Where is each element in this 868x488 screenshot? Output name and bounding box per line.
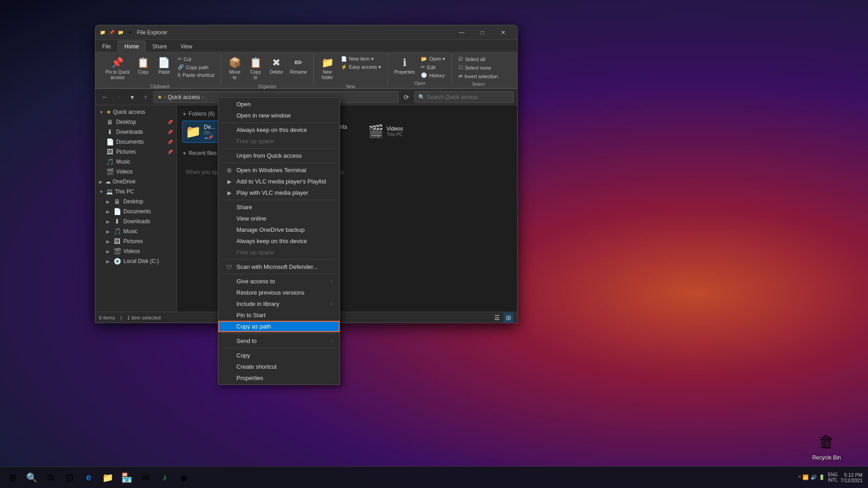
ctx-unpin[interactable]: Unpin from Quick access xyxy=(218,150,340,161)
new-folder-button[interactable]: 📁 Newfolder xyxy=(317,55,337,82)
folder-item-videos[interactable]: 🎬 Videos This PC xyxy=(365,121,424,143)
forward-button[interactable]: → xyxy=(113,91,124,103)
new-item-button[interactable]: 📄 New item ▾ xyxy=(338,55,384,63)
ctx-always-keep[interactable]: Always keep on this device xyxy=(218,124,340,136)
task-view-icon: ⧉ xyxy=(47,472,54,483)
maximize-button[interactable]: □ xyxy=(472,25,493,40)
folder-desktop-icon: 📁 xyxy=(185,124,201,139)
ctx-give-access[interactable]: Give access to › xyxy=(218,276,340,287)
ctx-add-vlc-playlist[interactable]: ▶ Add to VLC media player's Playlist xyxy=(218,176,340,187)
ctx-play-vlc[interactable]: ▶ Play with VLC media player xyxy=(218,187,340,198)
file-explorer-taskbar-button[interactable]: 📁 xyxy=(99,469,117,487)
edit-button[interactable]: ✏ Edit xyxy=(418,63,448,71)
systray-expand-icon[interactable]: ^ xyxy=(798,475,801,480)
this-pc-downloads-label: Downloads xyxy=(123,218,150,225)
history-button[interactable]: 🕐 History xyxy=(418,71,448,79)
copy-button[interactable]: 📋 Copy xyxy=(133,55,153,77)
widgets-button[interactable]: ⊡ xyxy=(61,469,79,487)
copy-to-button[interactable]: 📋 Copyto xyxy=(245,55,265,82)
sidebar-this-pc-desktop[interactable]: ▶ 🖥 Desktop xyxy=(95,197,176,206)
documents-label: Documents xyxy=(116,139,144,145)
ctx-always-keep-2[interactable]: Always keep on this device xyxy=(218,235,340,247)
refresh-button[interactable]: ⟳ xyxy=(401,91,412,103)
recent-locations-button[interactable]: ▾ xyxy=(126,91,138,103)
sidebar-this-pc-local-disk[interactable]: ▶ 💿 Local Disk (C:) xyxy=(95,256,176,266)
sidebar-this-pc-pictures[interactable]: ▶ 🖼 Pictures xyxy=(95,236,176,246)
paste-button[interactable]: 📄 Paste xyxy=(154,55,174,77)
store-button[interactable]: 🏪 xyxy=(118,469,136,487)
tab-home[interactable]: Home xyxy=(118,41,146,52)
tab-view[interactable]: View xyxy=(174,41,199,52)
search-input[interactable] xyxy=(427,94,509,100)
open-dropdown-button[interactable]: 📂 Open ▾ xyxy=(418,55,448,63)
sidebar-this-pc-downloads[interactable]: ▶ ⬇ Downloads xyxy=(95,216,176,226)
downloads-icon: ⬇ xyxy=(106,128,113,136)
ctx-scan-defender[interactable]: 🛡 Scan with Microsoft Defender... xyxy=(218,261,340,272)
ctx-open-terminal[interactable]: ⊞ Open in Windows Terminal xyxy=(218,164,340,176)
cut-button[interactable]: ✂ Cut xyxy=(175,55,217,63)
tab-file[interactable]: File xyxy=(95,41,118,52)
tiles-view-button[interactable]: ⊞ xyxy=(504,313,514,323)
ctx-view-online[interactable]: View online xyxy=(218,213,340,224)
edge-button[interactable]: e xyxy=(80,469,98,487)
taskbar-search-button[interactable]: 🔍 xyxy=(23,469,41,487)
close-button[interactable]: ✕ xyxy=(493,25,514,40)
delete-button[interactable]: ✖ Delete xyxy=(266,55,286,77)
sidebar-item-downloads[interactable]: ⬇ Downloads 📌 xyxy=(95,127,176,137)
details-view-button[interactable]: ☰ xyxy=(492,313,502,323)
ctx-copy-as-path[interactable]: Copy as path xyxy=(218,321,340,332)
select-all-button[interactable]: ☑ Select all xyxy=(456,55,500,63)
minimize-button[interactable]: — xyxy=(451,25,472,40)
ctx-manage-onedrive[interactable]: Manage OneDrive backup xyxy=(218,224,340,235)
ctx-copy[interactable]: Copy xyxy=(218,350,340,361)
ctx-open-new-window[interactable]: Open in new window xyxy=(218,110,340,121)
ctx-share[interactable]: Share xyxy=(218,202,340,213)
sidebar-onedrive-header[interactable]: ▶ ☁ OneDrive xyxy=(95,177,176,187)
ctx-give-access-arrow: › xyxy=(331,279,332,284)
ctx-create-shortcut[interactable]: Create shortcut xyxy=(218,361,340,372)
ctx-pin-to-start[interactable]: Pin to Start xyxy=(218,310,340,321)
properties-icon: ℹ xyxy=(403,57,406,69)
sidebar-this-pc-documents[interactable]: ▶ 📄 Documents xyxy=(95,206,176,216)
sidebar-this-pc-music[interactable]: ▶ 🎵 Music xyxy=(95,226,176,236)
sidebar-quick-access-header[interactable]: ▼ ★ Quick access xyxy=(95,107,176,117)
sidebar-item-documents[interactable]: 📄 Documents 📌 xyxy=(95,137,176,147)
lang-label: ENGINTL xyxy=(828,472,838,483)
back-button[interactable]: ← xyxy=(99,91,111,103)
easy-access-button[interactable]: ⚡ Easy access ▾ xyxy=(338,63,384,71)
sidebar-item-pictures[interactable]: 🖼 Pictures 📌 xyxy=(95,147,176,157)
copy-path-button[interactable]: 🔗 Copy path xyxy=(175,63,217,71)
ctx-open[interactable]: Open xyxy=(218,99,340,110)
mail-button[interactable]: ✉ xyxy=(137,469,155,487)
ribbon-organize-group: 📦 Moveto 📋 Copyto ✖ Delete ✏ Rename xyxy=(221,53,314,86)
pin-to-quick-access-button[interactable]: 📌 Pin to Quickaccess xyxy=(103,55,132,82)
start-button[interactable]: ⊞ xyxy=(4,469,22,487)
volume-icon[interactable]: 🔊 xyxy=(811,474,817,480)
sidebar-this-pc-header[interactable]: ▼ 💻 This PC xyxy=(95,187,176,197)
ctx-restore-versions[interactable]: Restore previous versions xyxy=(218,287,340,298)
task-view-button[interactable]: ⧉ xyxy=(42,469,60,487)
ctx-properties[interactable]: Properties xyxy=(218,372,340,384)
clock[interactable]: 5:12 PM 7/12/2021 xyxy=(840,472,863,483)
spotify-button[interactable]: ♪ xyxy=(156,469,174,487)
ctx-library-arrow: › xyxy=(331,301,332,306)
move-to-button[interactable]: 📦 Moveto xyxy=(225,55,245,82)
sidebar-this-pc-videos[interactable]: ▶ 🎬 Videos xyxy=(95,246,176,256)
properties-button[interactable]: ℹ Properties xyxy=(392,55,418,77)
invert-selection-button[interactable]: ⇌ Invert selection xyxy=(456,72,500,80)
recycle-bin[interactable]: 🗑 Recycle Bin xyxy=(812,431,841,461)
ctx-include-library[interactable]: Include in library › xyxy=(218,298,340,310)
sidebar-item-music[interactable]: 🎵 Music xyxy=(95,157,176,167)
chrome-button[interactable]: ◉ xyxy=(175,469,193,487)
downloads-label: Downloads xyxy=(116,129,143,135)
sidebar-item-desktop[interactable]: 🖥 Desktop 📌 xyxy=(95,117,176,127)
sidebar-item-videos[interactable]: 🎬 Videos xyxy=(95,167,176,177)
onedrive-expand-icon: ▶ xyxy=(99,179,103,184)
search-box[interactable]: 🔍 xyxy=(414,91,514,103)
select-none-button[interactable]: ☐ Select none xyxy=(456,64,500,71)
paste-shortcut-button[interactable]: ⎘ Paste shortcut xyxy=(175,71,217,79)
tab-share[interactable]: Share xyxy=(146,41,174,52)
rename-button[interactable]: ✏ Rename xyxy=(287,55,310,77)
up-button[interactable]: ↑ xyxy=(140,91,151,103)
ctx-send-to[interactable]: Send to › xyxy=(218,335,340,347)
